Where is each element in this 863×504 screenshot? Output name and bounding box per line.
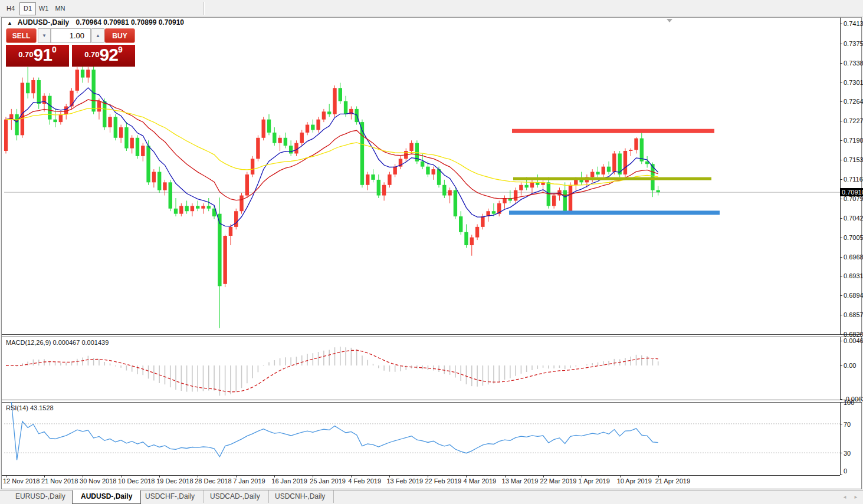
date-axis-label: 10 Apr 2019 xyxy=(617,477,652,485)
date-axis-tick-mark xyxy=(582,475,582,477)
toolbar-separator xyxy=(204,2,205,15)
macd-axis-tick: 0.00 xyxy=(844,362,856,369)
rsi-axis-tick: 100 xyxy=(844,399,854,406)
buy-price-base: 0.70 xyxy=(84,50,99,59)
date-axis-label: 22 Feb 2019 xyxy=(425,477,461,485)
sell-price-box[interactable]: 0.70910 xyxy=(6,45,69,67)
chart-tab-usdcnh[interactable]: USDCNH-,Daily xyxy=(267,490,334,503)
rsi-axis-tick: 30 xyxy=(844,450,851,457)
date-axis-label: 4 Mar 2019 xyxy=(463,477,496,485)
date-axis-tick-mark xyxy=(121,475,122,477)
timeframe-button-h4[interactable]: H4 xyxy=(3,2,18,14)
timeframe-button-d1[interactable]: D1 xyxy=(19,2,36,15)
buy-price-point: 9 xyxy=(118,45,123,54)
date-axis-tick-mark xyxy=(620,475,621,477)
ohlc-values: 0.70964 0.70981 0.70899 0.70910 xyxy=(76,18,185,27)
date-axis-tick-mark xyxy=(6,475,6,477)
date-axis-tick-mark xyxy=(159,475,160,477)
date-axis-tick-mark xyxy=(428,475,428,477)
date-axis-tick-mark xyxy=(236,475,237,477)
date-axis-label: 13 Feb 2019 xyxy=(386,477,423,485)
rsi-axis-tick-mark xyxy=(840,475,842,475)
date-axis-label: 21 Nov 2018 xyxy=(41,477,78,485)
price-axis-tick-mark xyxy=(840,140,842,141)
date-axis-label: 7 Jan 2019 xyxy=(233,477,265,485)
price-axis-tick: 0.69680 xyxy=(844,253,863,261)
volume-decrease-button[interactable]: ▼ xyxy=(38,28,51,43)
rsi-pane-splitter[interactable] xyxy=(2,400,862,403)
date-axis-label: 28 Dec 2018 xyxy=(195,477,231,485)
date-axis-label: 13 Mar 2019 xyxy=(502,477,539,485)
date-axis-label: 16 Jan 2019 xyxy=(271,477,307,485)
chart-tab-eurusd[interactable]: EURUSD-,Daily xyxy=(7,490,74,503)
tab-scroll-left-icon[interactable]: ◄ xyxy=(841,494,849,501)
rsi-axis-tick-mark xyxy=(840,453,842,453)
macd-axis-tick-mark xyxy=(840,399,842,400)
date-axis-tick-mark xyxy=(274,475,275,477)
date-axis-tick-mark xyxy=(389,475,390,477)
date-axis-tick-mark xyxy=(44,475,45,477)
date-axis-border xyxy=(2,475,840,476)
price-axis-tick: 0.69310 xyxy=(844,272,863,279)
date-axis-label: 1 Apr 2019 xyxy=(579,477,610,485)
price-axis-tick-mark xyxy=(840,179,842,180)
mt4-terminal: H4D1W1MN MACD(12,26,9) 0.000467 0.001439… xyxy=(0,0,863,504)
price-axis-tick-mark xyxy=(840,218,842,219)
price-axis-tick-mark xyxy=(840,199,842,199)
buy-price-box[interactable]: 0.70929 xyxy=(72,45,135,67)
price-axis-tick-mark xyxy=(840,83,842,83)
date-axis-tick-mark xyxy=(466,475,467,477)
rsi-axis-tick-mark xyxy=(840,402,842,403)
timeframe-button-mn[interactable]: MN xyxy=(52,2,68,14)
one-click-collapse-icon[interactable]: ▲ xyxy=(7,20,12,26)
date-axis-tick-mark xyxy=(313,475,313,477)
macd-axis-tick: 0.004694 xyxy=(844,337,863,344)
price-axis-tick-mark xyxy=(840,24,842,24)
price-axis-tick: 0.71530 xyxy=(844,156,863,163)
price-axis-tick-mark xyxy=(840,257,842,258)
date-axis-label: 22 Mar 2019 xyxy=(540,477,577,485)
price-axis-tick-mark xyxy=(840,121,842,121)
price-axis-tick-mark xyxy=(840,315,842,315)
date-axis-label: 19 Dec 2018 xyxy=(156,477,193,485)
price-axis-tick: 0.70050 xyxy=(844,234,863,241)
chart-tab-audusd[interactable]: AUDUSD-,Daily xyxy=(72,490,141,504)
date-axis-label: 30 Nov 2018 xyxy=(80,477,116,485)
sell-price-point: 0 xyxy=(52,45,57,54)
timeframe-toolbar: H4D1W1MN xyxy=(0,0,863,17)
date-axis-label: 10 Dec 2018 xyxy=(118,477,155,485)
price-axis-tick: 0.68570 xyxy=(844,311,863,318)
price-axis-tick-mark xyxy=(840,295,842,296)
date-axis-tick-mark xyxy=(83,475,83,477)
buy-button[interactable]: BUY xyxy=(104,28,135,43)
price-axis-tick-mark xyxy=(840,160,842,160)
tab-scroll-right-icon[interactable]: ► xyxy=(852,494,860,501)
sell-button[interactable]: SELL xyxy=(6,28,37,43)
chart-tab-usdchf[interactable]: USDCHF-,Daily xyxy=(137,490,204,503)
volume-increase-button[interactable]: ▲ xyxy=(91,28,104,43)
one-click-trading-panel: SELL ▼ ▲ BUY 0.70910 0.70929 xyxy=(6,28,135,44)
price-axis-tick: 0.74130 xyxy=(844,20,863,27)
price-axis-tick: 0.72270 xyxy=(844,117,863,124)
price-axis-tick-mark xyxy=(840,101,842,102)
price-axis-tick-mark xyxy=(840,276,842,276)
macd-pane-splitter[interactable] xyxy=(2,334,862,337)
volume-input[interactable] xyxy=(51,28,91,43)
timeframe-button-w1[interactable]: W1 xyxy=(36,2,51,14)
buy-price-pips: 92 xyxy=(100,45,118,64)
price-axis-tick-mark xyxy=(840,334,842,335)
chart-shift-marker-icon xyxy=(667,19,672,22)
rsi-axis-tick: 70 xyxy=(844,421,851,428)
price-axis-tick: 0.71160 xyxy=(844,176,863,183)
price-axis-tick: 0.68940 xyxy=(844,292,863,299)
date-axis-label: 12 Nov 2018 xyxy=(3,477,40,485)
macd-axis-tick-mark xyxy=(840,341,842,341)
date-axis-label: 4 Feb 2019 xyxy=(348,477,381,485)
price-axis-tick: 0.70420 xyxy=(844,215,863,222)
sell-price-pips: 91 xyxy=(34,45,52,64)
chart-tab-usdcad[interactable]: USDCAD-,Daily xyxy=(202,490,269,503)
price-axis-tick: 0.71900 xyxy=(844,137,863,144)
price-axis-tick-mark xyxy=(840,44,842,44)
date-axis-tick-mark xyxy=(351,475,352,477)
date-axis-tick-mark xyxy=(505,475,506,477)
